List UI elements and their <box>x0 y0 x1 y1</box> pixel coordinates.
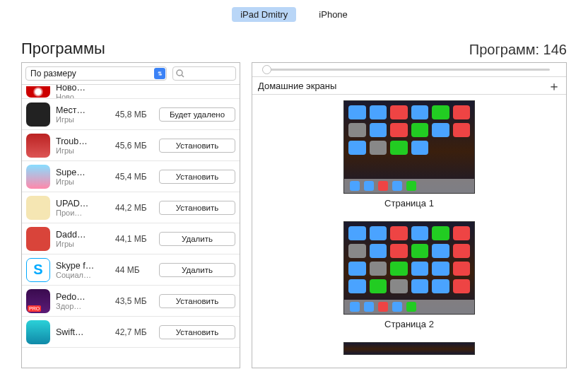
sort-label: По размеру <box>30 69 76 78</box>
app-icon <box>26 102 50 127</box>
svg-line-1 <box>182 75 184 77</box>
zoom-slider[interactable] <box>262 69 550 71</box>
tab-ipad[interactable]: iPad Dmitry <box>232 7 296 22</box>
app-icon <box>26 320 50 344</box>
app-name: Ново… <box>56 85 98 93</box>
app-action-button[interactable]: Установить <box>159 139 235 153</box>
app-row[interactable]: Dadd…Игры44,1 МБУдалить <box>22 223 240 254</box>
app-genre: Ново… <box>56 93 110 100</box>
screen-thumbnail[interactable] <box>343 221 475 315</box>
app-icon <box>26 196 50 220</box>
app-name: Мест… <box>56 105 98 115</box>
app-icon <box>26 165 50 189</box>
home-screens: Страница 1Страница 2 <box>252 95 566 363</box>
app-size: 45,8 МБ <box>115 110 153 119</box>
app-action-button[interactable]: Установить <box>159 201 235 215</box>
section-title: Домашние экраны <box>258 81 336 91</box>
app-action-button[interactable]: Установить <box>159 325 235 339</box>
app-icon <box>26 227 50 251</box>
app-size: 44 МБ <box>115 265 153 275</box>
app-text: Swift… <box>56 327 110 337</box>
home-screen-page[interactable]: Страница 2 <box>252 221 566 329</box>
app-genre: Игры <box>56 177 110 186</box>
app-row[interactable]: Мест…Игры45,8 МББудет удалено <box>22 99 240 130</box>
home-screen-page[interactable]: Страница 1 <box>252 100 566 209</box>
page-label: Страница 1 <box>252 198 566 209</box>
app-genre: Здор… <box>56 302 110 310</box>
app-action-button[interactable]: Удалить <box>159 263 235 277</box>
app-row[interactable]: Supe…Игры45,4 МБУстановить <box>22 161 240 192</box>
app-action-button[interactable]: Будет удалено <box>159 107 235 122</box>
app-row[interactable]: Pedo…Здор…43,5 МБУстановить <box>22 286 240 317</box>
search-icon <box>175 69 185 78</box>
app-genre: Игры <box>56 115 110 124</box>
home-screen-page[interactable] <box>252 342 566 355</box>
app-icon <box>26 289 50 313</box>
app-row[interactable]: Troub…Игры45,6 МБУстановить <box>22 130 240 161</box>
screens-panel: Домашние экраны ＋ Страница 1Страница 2 <box>252 62 567 368</box>
app-action-button[interactable]: Установить <box>159 294 235 308</box>
tab-iphone[interactable]: iPhone <box>310 7 355 22</box>
app-name: UPAD… <box>56 199 98 209</box>
app-genre: Социал… <box>56 271 110 279</box>
app-name: Troub… <box>56 136 98 146</box>
app-icon <box>26 134 50 158</box>
svg-point-0 <box>177 70 182 76</box>
app-list: Ново…Ново…Мест…Игры45,8 МББудет удаленоT… <box>22 85 240 368</box>
app-text: Мест…Игры <box>56 105 110 124</box>
app-text: Ново…Ново… <box>56 85 110 99</box>
app-icon <box>26 258 50 282</box>
search-input[interactable] <box>172 66 236 81</box>
app-count: Программ: 146 <box>469 42 567 58</box>
app-text: UPAD…Прои… <box>56 199 110 217</box>
chevron-updown-icon: ⇅ <box>154 68 165 79</box>
app-action-button[interactable]: Установить <box>159 170 235 184</box>
app-name: Swift… <box>56 327 98 337</box>
screen-thumbnail[interactable] <box>343 342 475 355</box>
sort-select[interactable]: По размеру ⇅ <box>25 66 167 81</box>
app-name: Skype f… <box>56 261 98 271</box>
app-name: Pedo… <box>56 292 98 302</box>
app-text: Supe…Игры <box>56 168 110 186</box>
app-size: 45,4 МБ <box>115 172 153 182</box>
slider-thumb[interactable] <box>262 65 271 74</box>
app-size: 42,7 МБ <box>115 327 153 337</box>
app-name: Supe… <box>56 168 98 177</box>
app-text: Dadd…Игры <box>56 230 110 248</box>
page-title: Программы <box>21 40 105 58</box>
app-size: 44,2 МБ <box>115 203 153 213</box>
app-text: Troub…Игры <box>56 136 110 155</box>
app-genre: Игры <box>56 146 110 155</box>
app-size: 45,6 МБ <box>115 141 153 151</box>
app-row[interactable]: UPAD…Прои…44,2 МБУстановить <box>22 192 240 223</box>
app-size: 43,5 МБ <box>115 296 153 306</box>
page-label: Страница 2 <box>252 319 566 329</box>
app-size: 44,1 МБ <box>115 234 153 244</box>
add-page-button[interactable]: ＋ <box>548 81 560 91</box>
app-genre: Прои… <box>56 209 110 217</box>
app-genre: Игры <box>56 240 110 248</box>
apps-panel: По размеру ⇅ Ново…Ново…Мест…Игры45,8 МББ… <box>21 62 240 368</box>
app-row[interactable]: Swift…42,7 МБУстановить <box>22 317 240 348</box>
app-text: Pedo…Здор… <box>56 292 110 310</box>
app-row[interactable]: Ново…Ново… <box>22 85 240 99</box>
app-action-button[interactable]: Удалить <box>159 232 235 246</box>
app-row[interactable]: Skype f…Социал…44 МБУдалить <box>22 254 240 286</box>
app-name: Dadd… <box>56 230 98 240</box>
app-icon <box>26 86 50 98</box>
screen-thumbnail[interactable] <box>343 100 475 194</box>
app-text: Skype f…Социал… <box>56 261 110 279</box>
